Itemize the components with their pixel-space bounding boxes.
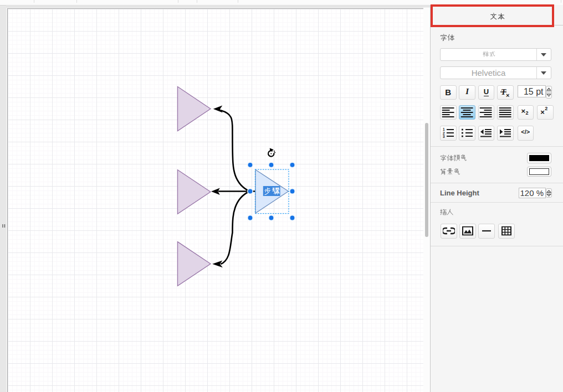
- svg-text:×: ×: [506, 92, 509, 98]
- svg-text:3: 3: [443, 135, 445, 138]
